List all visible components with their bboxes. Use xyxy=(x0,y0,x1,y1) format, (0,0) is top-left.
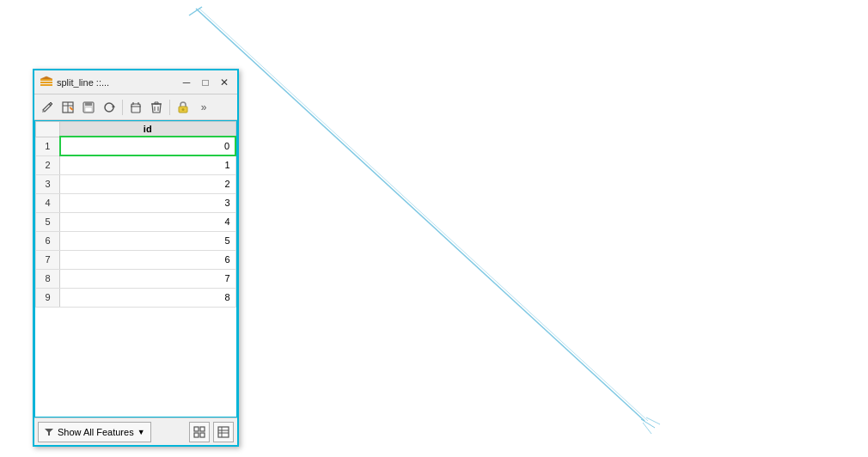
refresh-icon xyxy=(103,101,115,113)
table-row[interactable]: 10 xyxy=(36,137,236,155)
filter-icon xyxy=(44,427,54,437)
maximize-button[interactable]: □ xyxy=(198,75,213,90)
save-button[interactable] xyxy=(79,98,98,117)
table-header-row: id xyxy=(36,122,236,137)
row-number: 7 xyxy=(36,250,60,269)
table-empty-area xyxy=(35,308,236,333)
delete-row-icon xyxy=(130,101,142,113)
table-toolbar: » xyxy=(34,94,237,120)
cell-id[interactable]: 4 xyxy=(60,212,236,231)
table-row[interactable]: 65 xyxy=(36,231,236,250)
table-row[interactable]: 76 xyxy=(36,250,236,269)
svg-line-1 xyxy=(199,9,648,421)
pencil-icon xyxy=(41,101,53,113)
svg-rect-6 xyxy=(40,79,52,81)
title-bar: split_line ::... ─ □ ✕ xyxy=(34,70,237,94)
attribute-table-window: split_line ::... ─ □ ✕ xyxy=(33,69,239,447)
svg-rect-27 xyxy=(200,427,205,431)
svg-rect-29 xyxy=(200,433,205,437)
svg-line-5 xyxy=(646,417,660,424)
table-edit-icon xyxy=(62,101,74,113)
cell-id[interactable]: 3 xyxy=(60,193,236,212)
grid-view-button-1[interactable] xyxy=(189,422,210,442)
svg-rect-16 xyxy=(131,104,140,113)
table-row[interactable]: 32 xyxy=(36,174,236,193)
svg-rect-26 xyxy=(194,427,199,431)
cell-id[interactable]: 1 xyxy=(60,155,236,174)
table-icon xyxy=(217,426,229,438)
more-icon: » xyxy=(201,101,207,113)
svg-line-2 xyxy=(189,7,202,15)
dropdown-arrow: ▼ xyxy=(138,428,145,436)
trash-button[interactable] xyxy=(147,98,166,117)
row-number: 3 xyxy=(36,174,60,193)
row-number: 4 xyxy=(36,193,60,212)
window-controls: ─ □ ✕ xyxy=(179,75,232,90)
cell-id[interactable]: 5 xyxy=(60,231,236,250)
row-number: 2 xyxy=(36,155,60,174)
grid-view-button-2[interactable] xyxy=(213,422,234,442)
row-num-header xyxy=(36,122,60,137)
window-title: split_line ::... xyxy=(57,77,179,88)
table-row[interactable]: 21 xyxy=(36,155,236,174)
cell-id[interactable]: 2 xyxy=(60,174,236,193)
grid-icon-1 xyxy=(193,426,205,438)
svg-rect-28 xyxy=(194,433,199,437)
id-column-header: id xyxy=(60,122,236,137)
layer-icon xyxy=(40,76,53,89)
svg-line-0 xyxy=(196,9,645,421)
cell-id[interactable]: 8 xyxy=(60,288,236,307)
svg-rect-7 xyxy=(40,82,52,83)
table-row[interactable]: 98 xyxy=(36,288,236,307)
separator-2 xyxy=(169,100,170,115)
row-number: 6 xyxy=(36,231,60,250)
table-row[interactable]: 43 xyxy=(36,193,236,212)
svg-rect-14 xyxy=(85,107,92,112)
table-row[interactable]: 54 xyxy=(36,212,236,231)
svg-line-4 xyxy=(643,423,651,434)
svg-rect-8 xyxy=(40,84,52,86)
show-all-label: Show All Features xyxy=(58,427,134,437)
more-button[interactable]: » xyxy=(194,98,213,117)
refresh-button[interactable] xyxy=(100,98,119,117)
close-button[interactable]: ✕ xyxy=(217,75,232,90)
row-number: 5 xyxy=(36,212,60,231)
svg-rect-13 xyxy=(85,102,92,106)
table-body: 102132435465768798 xyxy=(36,137,236,307)
data-table: id 102132435465768798 xyxy=(35,121,236,308)
row-number: 1 xyxy=(36,137,60,155)
lock-button[interactable] xyxy=(174,98,193,117)
svg-marker-25 xyxy=(45,429,53,436)
trash-icon xyxy=(150,101,162,113)
save-icon xyxy=(83,101,95,113)
attribute-table[interactable]: id 102132435465768798 xyxy=(34,120,237,417)
row-number: 8 xyxy=(36,269,60,288)
minimize-button[interactable]: ─ xyxy=(179,75,194,90)
bottom-bar: Show All Features ▼ xyxy=(34,417,237,445)
lock-icon xyxy=(177,101,189,113)
edit-pencil-button[interactable] xyxy=(38,98,57,117)
delete-row-button[interactable] xyxy=(126,98,145,117)
svg-line-3 xyxy=(641,419,655,428)
table-row[interactable]: 87 xyxy=(36,269,236,288)
show-all-features-button[interactable]: Show All Features ▼ xyxy=(38,422,151,442)
cell-id[interactable]: 7 xyxy=(60,269,236,288)
svg-rect-30 xyxy=(218,427,229,437)
cell-id[interactable]: 0 xyxy=(60,137,236,155)
separator-1 xyxy=(122,100,123,115)
row-number: 9 xyxy=(36,288,60,307)
cell-id[interactable]: 6 xyxy=(60,250,236,269)
edit-table-button[interactable] xyxy=(58,98,77,117)
svg-point-24 xyxy=(182,108,185,111)
